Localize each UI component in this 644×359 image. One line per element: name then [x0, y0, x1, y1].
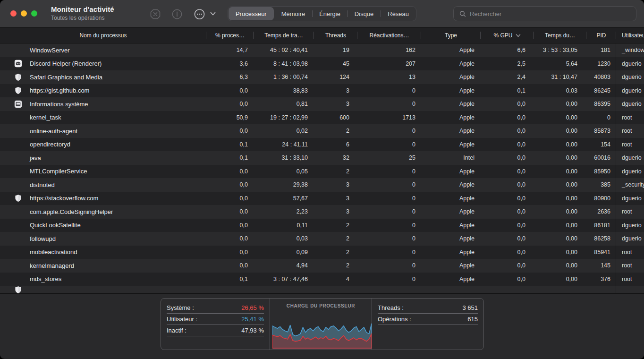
cell-gpu_time: 0,00	[534, 154, 586, 161]
column-header-cpu_time[interactable]: Temps de tra…	[254, 27, 314, 43]
zoom-window-button[interactable]	[31, 10, 37, 17]
cell-type: Apple	[421, 60, 481, 67]
cell-cpu_time: 31 : 33,10	[254, 154, 314, 161]
cell-pid: 80900	[586, 195, 616, 202]
table-row[interactable]: online-auth-agent0,00,0220Apple0,00,0085…	[0, 124, 644, 138]
no-icon	[14, 113, 22, 121]
table-row[interactable]: distnoted0,029,3830Apple0,00,00385_secur…	[0, 178, 644, 192]
cell-gpu: 0,0	[481, 208, 534, 215]
column-header-threads[interactable]: Threads	[314, 27, 357, 43]
cell-pid: 376	[586, 276, 616, 282]
cell-process-name: online-auth-agent	[0, 127, 206, 135]
minimize-window-button[interactable]	[21, 10, 27, 17]
cell-threads: 2	[314, 128, 357, 134]
cell-type: Apple	[421, 249, 481, 256]
table-header: Nom du processus% proces…Temps de tra…Th…	[0, 27, 644, 43]
process-name: https://gist.github.com	[30, 87, 89, 94]
cell-cpu_time: 0,09	[254, 249, 314, 256]
cell-wakeups: 0	[357, 141, 421, 148]
cell-gpu_time: 0,00	[534, 195, 586, 202]
table-row[interactable]: kernel_task50,919 : 27 : 02,996001713App…	[0, 111, 644, 125]
cell-type: Apple	[421, 101, 481, 107]
cell-type: Apple	[421, 222, 481, 229]
table-row[interactable]: Informations système0,00,8130Apple0,00,0…	[0, 97, 644, 111]
process-name: MTLCompilerService	[30, 168, 87, 175]
cell-cpu_time: 1 : 36 : 00,74	[254, 74, 314, 80]
cell-type: Apple	[421, 168, 481, 175]
column-header-label: Temps de tra…	[264, 32, 303, 39]
table-row[interactable]: Discord Helper (Renderer)3,68 : 41 : 03,…	[0, 57, 644, 71]
table-row[interactable]: mobileactivationd0,00,0920Apple0,00,0085…	[0, 246, 644, 259]
table-row[interactable]: https://stackoverflow.com0,057,6730Apple…	[0, 192, 644, 205]
cell-cpu_time: 45 : 02 : 40,41	[254, 47, 314, 53]
column-header-type[interactable]: Type	[421, 27, 481, 43]
cell-process-name: mobileactivationd	[0, 248, 206, 256]
cell-gpu: 0,0	[481, 276, 534, 282]
stat-label: Inactif :	[167, 327, 186, 334]
cell-wakeups: 207	[357, 60, 421, 67]
table-row[interactable]: Safari Graphics and Media6,31 : 36 : 00,…	[0, 70, 644, 84]
process-name: distnoted	[30, 181, 55, 188]
cell-type: Apple	[421, 262, 481, 269]
column-header-name[interactable]: Nom du processus	[0, 27, 206, 43]
table-row[interactable]: opendirectoryd0,124 : 41,1160Apple0,00,0…	[0, 138, 644, 152]
no-icon	[14, 140, 22, 148]
tab-mémoire[interactable]: Mémoire	[274, 7, 313, 21]
cpu-stats-panel: Système :26,65 %Utilisateur :25,41 %Inac…	[161, 298, 484, 350]
cell-wakeups: 25	[357, 154, 421, 161]
table-row[interactable]: kernelmanagerd0,04,9420Apple0,00,00145ro…	[0, 259, 644, 273]
table-row-partial[interactable]	[0, 286, 644, 293]
search-input[interactable]	[470, 10, 630, 17]
cell-threads: 3	[314, 181, 357, 188]
cell-wakeups: 0	[357, 128, 421, 134]
quit-process-button[interactable]	[149, 8, 161, 20]
cell-threads: 600	[314, 114, 357, 121]
no-icon	[14, 167, 22, 175]
cell-user: root	[616, 128, 644, 134]
cell-cpu: 3,6	[206, 60, 254, 67]
table-row[interactable]: https://gist.github.com0,038,8330Apple0,…	[0, 84, 644, 98]
cell-pid: 1230	[586, 60, 616, 67]
table-row[interactable]: MTLCompilerService0,00,0520Apple0,00,008…	[0, 165, 644, 179]
table-row[interactable]: QuickLookSatellite0,00,1120Apple0,00,008…	[0, 219, 644, 232]
search-field[interactable]	[453, 6, 636, 21]
column-header-cpu[interactable]: % proces…	[206, 27, 254, 43]
window-title: Moniteur d'activité	[51, 5, 114, 13]
column-header-gpu_time[interactable]: Temps du…	[534, 27, 586, 43]
tab-réseau[interactable]: Réseau	[381, 7, 416, 21]
table-row[interactable]: WindowServer14,745 : 02 : 40,4119162Appl…	[0, 43, 644, 57]
table-row[interactable]: followupd0,00,0320Apple0,00,0086258dguer…	[0, 232, 644, 246]
process-name: followupd	[30, 235, 56, 242]
cell-cpu_time: 0,11	[254, 222, 314, 229]
chart-title: CHARGE DU PROCESSEUR	[276, 303, 366, 308]
column-header-wakeups[interactable]: Réactivations…	[357, 27, 421, 43]
close-window-button[interactable]	[10, 10, 17, 17]
more-options-button[interactable]	[193, 8, 206, 20]
tab-processeur[interactable]: Processeur	[229, 7, 274, 20]
title-block: Moniteur d'activité Toutes les opération…	[51, 5, 114, 21]
cell-wakeups: 13	[357, 74, 421, 80]
inspect-process-button[interactable]	[170, 8, 183, 20]
column-header-label: Temps du…	[545, 32, 575, 39]
tab-énergie[interactable]: Énergie	[312, 7, 347, 21]
column-header-user[interactable]: Utilisateur	[616, 27, 644, 43]
table-row[interactable]: com.apple.CodeSigningHelper0,02,2330Appl…	[0, 205, 644, 219]
cell-cpu: 0,0	[206, 128, 254, 134]
cell-gpu: 2,4	[481, 74, 534, 80]
table-row[interactable]: mds_stores0,13 : 07 : 47,4640Apple0,00,0…	[0, 273, 644, 286]
cell-gpu_time: 0,00	[534, 222, 586, 229]
process-name: WindowServer	[30, 47, 70, 54]
stat-label: Threads :	[378, 304, 404, 311]
cell-gpu_time: 31 : 10,47	[534, 74, 586, 80]
cell-gpu: 0,0	[481, 249, 534, 256]
activity-monitor-window: Moniteur d'activité Toutes les opération…	[0, 0, 644, 359]
chevron-down-icon[interactable]	[210, 11, 216, 17]
column-header-gpu[interactable]: % GPU	[481, 27, 534, 43]
cell-gpu: 0,0	[481, 101, 534, 107]
cell-wakeups: 0	[357, 262, 421, 269]
column-header-pid[interactable]: PID	[586, 27, 616, 43]
no-icon	[14, 221, 22, 229]
tab-disque[interactable]: Disque	[347, 7, 381, 21]
toolbar: Moniteur d'activité Toutes les opération…	[0, 0, 644, 27]
table-row[interactable]: java0,131 : 33,103225Intel0,00,0060016dg…	[0, 151, 644, 165]
